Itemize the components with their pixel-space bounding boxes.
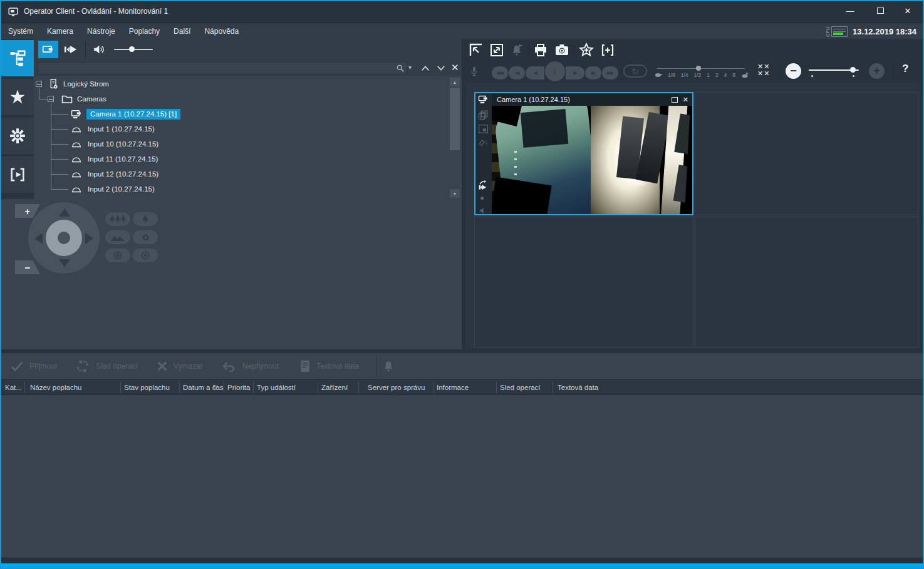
maximize-pane-icon[interactable]	[489, 43, 504, 58]
add-bookmark-icon[interactable]	[600, 43, 616, 58]
volume-slider-thumb[interactable]	[129, 46, 135, 52]
empty-pane[interactable]	[474, 217, 693, 347]
tab-logical-tree[interactable]	[1, 40, 34, 76]
menu-napoveda[interactable]: Nápověda	[197, 23, 246, 39]
pane-audio-icon[interactable]	[478, 206, 488, 215]
fewer-panes-button[interactable]: −	[786, 63, 801, 79]
rewind-button[interactable]: ◀◀	[492, 66, 508, 79]
ptz-down-icon[interactable]	[59, 259, 70, 267]
unaccept-alarm-button[interactable]: Nepřijmout	[222, 353, 279, 379]
microphone-icon[interactable]	[469, 64, 480, 79]
pane-ptz-tour-icon[interactable]	[478, 138, 489, 148]
tree-row-camera-1[interactable]: Camera 1 (10.27.24.15) [1]	[34, 106, 447, 121]
tree-row-root[interactable]: Logický Strom	[34, 76, 447, 91]
fast-forward-button[interactable]: ▶▶	[602, 66, 618, 79]
instant-playback-button[interactable]	[62, 42, 80, 57]
sort-descending-icon[interactable]: ▽	[213, 380, 217, 395]
tree-row-input-11[interactable]: Input 11 (10.27.24.15)	[34, 151, 447, 167]
tree-scrollbar[interactable]: ▲ ▼	[450, 78, 460, 198]
minimize-button[interactable]: —	[838, 1, 863, 20]
speed-slider-thumb[interactable]	[696, 66, 701, 71]
column-nazev-poplachu[interactable]: Název poplachu	[30, 380, 81, 395]
tab-favorites[interactable]: ★	[1, 79, 34, 115]
search-previous-icon[interactable]	[420, 64, 430, 72]
search-options-caret-icon[interactable]: ▾	[408, 64, 412, 71]
scrollbar-thumb[interactable]	[450, 88, 460, 150]
pane-close-icon[interactable]: ✕	[683, 96, 688, 104]
tree-row-cameras[interactable]: Cameras	[34, 91, 447, 106]
pane-rows-slider[interactable]	[809, 61, 863, 81]
column-priorita[interactable]: Priorita	[227, 380, 250, 395]
column-stav-poplachu[interactable]: Stav poplachu	[124, 380, 170, 395]
video-stream[interactable]	[492, 106, 692, 214]
print-icon[interactable]	[532, 43, 549, 58]
collapse-icon[interactable]	[48, 96, 54, 102]
snapshot-icon[interactable]	[554, 43, 570, 58]
search-input[interactable]	[38, 62, 407, 74]
add-favorite-icon[interactable]	[578, 42, 594, 58]
help-button[interactable]: ?	[902, 63, 908, 75]
live-view-button[interactable]	[38, 41, 58, 58]
alarm-table-body[interactable]	[1, 395, 924, 558]
tab-bookmarks[interactable]	[1, 118, 34, 154]
pane-instant-playback-icon[interactable]	[477, 180, 490, 191]
column-textova-data[interactable]: Textová data	[558, 380, 598, 395]
ptz-up-icon[interactable]	[59, 208, 70, 217]
speed-slider[interactable]: 1/8 1/4 1/2 1 2 4 8	[655, 63, 749, 81]
tree-row-input-10[interactable]: Input 10 (10.27.24.15)	[34, 136, 447, 151]
column-zarizeni[interactable]: Zařízení	[321, 380, 348, 395]
tree-row-input-1[interactable]: Input 1 (10.27.24.15)	[34, 121, 447, 136]
alarm-transfer-icon[interactable]	[509, 43, 524, 57]
column-informace[interactable]: Informace	[437, 380, 469, 395]
search-next-icon[interactable]	[436, 64, 446, 72]
audio-icon[interactable]	[91, 43, 106, 56]
alarm-bell-icon[interactable]	[382, 359, 395, 373]
step-back-button[interactable]: |◀	[509, 66, 525, 79]
workflow-button[interactable]: Sled operací	[75, 353, 138, 379]
pane-pip-icon[interactable]	[479, 125, 488, 133]
menu-system[interactable]: Systém	[1, 23, 40, 39]
close-all-panes-icon[interactable]: ✕✕ ✕✕	[757, 63, 770, 77]
empty-pane[interactable]	[695, 217, 918, 347]
play-button[interactable]: ▶	[566, 66, 584, 79]
pane-record-icon[interactable]: ●	[480, 193, 484, 202]
more-panes-button[interactable]: +	[869, 63, 885, 79]
clear-alarm-button[interactable]: Vymazat	[157, 353, 202, 379]
focus-far-button[interactable]	[105, 212, 130, 226]
play-backward-button[interactable]: ◀	[526, 66, 544, 79]
empty-pane[interactable]	[695, 92, 918, 215]
pane-sequence-icon[interactable]	[478, 110, 489, 120]
column-typ-udalosti[interactable]: Typ událostí	[257, 380, 296, 395]
accept-alarm-button[interactable]: Přijmout	[10, 353, 57, 379]
search-icon[interactable]	[396, 64, 405, 73]
focus-near-button[interactable]	[133, 212, 158, 226]
tab-image-panes[interactable]	[1, 156, 34, 193]
menu-poplachy[interactable]: Poplachy	[122, 23, 167, 39]
scroll-down-icon[interactable]: ▼	[450, 189, 460, 198]
close-button[interactable]: ✕	[895, 1, 920, 20]
menu-kamera[interactable]: Kamera	[40, 23, 80, 39]
select-pane-icon[interactable]	[469, 43, 484, 58]
focus-macro-button[interactable]	[133, 230, 158, 244]
zoom-out-button[interactable]: −	[15, 260, 40, 274]
ptz-left-icon[interactable]	[34, 233, 43, 244]
textual-data-button[interactable]: Textová data	[299, 353, 359, 379]
column-sled-operaci[interactable]: Sled operací	[500, 380, 541, 395]
pause-button[interactable]: ||	[545, 61, 565, 81]
tree-row-input-2[interactable]: Input 2 (10.27.24.15)	[34, 182, 447, 197]
scroll-up-icon[interactable]: ▲	[450, 78, 460, 86]
iris-open-button[interactable]	[133, 249, 158, 262]
focus-landscape-button[interactable]	[105, 230, 130, 244]
search-close-icon[interactable]: ✕	[451, 62, 459, 73]
column-server-pro-spravu[interactable]: Server pro správu	[368, 380, 425, 395]
tree-row-input-12[interactable]: Input 12 (10.27.24.15)	[34, 167, 447, 182]
menu-nastroje[interactable]: Nástroje	[80, 23, 122, 39]
pane-maximize-icon[interactable]	[672, 97, 678, 103]
column-kat[interactable]: Kat...	[5, 380, 22, 395]
step-forward-button[interactable]: ▶|	[585, 66, 601, 79]
video-pane[interactable]: ● Camera 1 (10.27.24.15) ✕	[474, 92, 693, 215]
volume-slider[interactable]	[114, 39, 154, 61]
ptz-knob[interactable]	[46, 220, 82, 256]
ptz-right-icon[interactable]	[85, 233, 93, 244]
menu-dalsi[interactable]: Další	[167, 23, 197, 39]
